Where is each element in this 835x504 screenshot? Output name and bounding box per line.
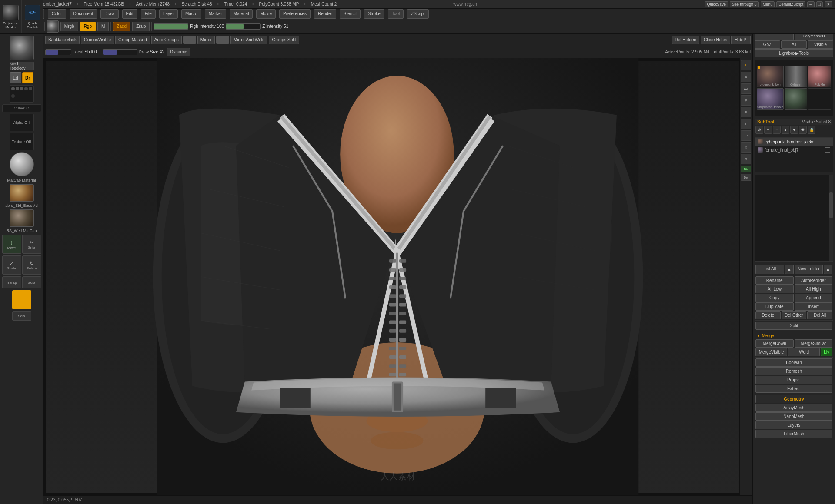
new-folder-btn[interactable]: New Folder	[795, 265, 823, 274]
menu-material[interactable]: Material	[230, 9, 253, 19]
subtool-item-2[interactable]: female_final_obj7	[755, 146, 833, 154]
append-btn[interactable]: Append	[795, 294, 833, 302]
del-hidden-btn[interactable]: Del Hidden	[672, 36, 699, 44]
remesh-btn[interactable]: Remesh	[755, 367, 832, 375]
split-btn[interactable]: Split	[755, 322, 832, 330]
brush-icon[interactable]	[10, 36, 34, 60]
brush-selector[interactable]	[47, 20, 59, 33]
groups-visible-btn[interactable]: GroupsVisible	[81, 36, 114, 44]
merge-down-btn[interactable]: MergeDown	[755, 339, 794, 348]
subtool-scroll-preview[interactable]	[755, 175, 833, 262]
geometry-btn[interactable]: Geometry	[755, 395, 832, 403]
menu-macro[interactable]: Macro	[181, 9, 201, 19]
del-all-btn[interactable]: Del All	[807, 311, 832, 319]
layers-btn[interactable]: Layers	[755, 421, 832, 429]
extract-btn[interactable]: Extract	[755, 385, 832, 393]
transp-btn[interactable]: Transp	[2, 276, 21, 288]
group-masked-btn[interactable]: Group Masked	[115, 36, 150, 44]
insert-btn[interactable]: Insert	[795, 302, 833, 311]
all-high-btn[interactable]: All High	[795, 285, 833, 293]
subtool-ctrl-2[interactable]: +	[764, 126, 772, 134]
menu-layer[interactable]: Layer	[159, 9, 178, 19]
rename-btn[interactable]: Rename	[755, 276, 794, 285]
move-tool-btn[interactable]: ↕ Move	[2, 235, 21, 254]
window-max-btn[interactable]: □	[816, 1, 823, 7]
fiber-mesh-btn[interactable]: FiberMesh	[755, 430, 832, 438]
tool-preview-3[interactable]: PolyMe	[808, 66, 831, 87]
aa-flat-btn[interactable]: AA	[741, 83, 752, 94]
mrgb-btn[interactable]: Mrgb	[60, 22, 78, 31]
default-zscript-btn[interactable]: DefaultZScript	[776, 1, 805, 7]
menu-zscript[interactable]: ZScript	[407, 9, 429, 19]
tool-preview-5[interactable]	[785, 88, 808, 110]
frame-btn[interactable]: Fr	[741, 130, 752, 141]
subtool-ctrl-1[interactable]: ⚙	[755, 126, 763, 134]
tool-preview-1[interactable]: cyberpunk_bon	[757, 66, 784, 87]
subtool-ctrl-lock[interactable]: 🔒	[808, 126, 815, 134]
del-other-btn[interactable]: Del Other	[782, 311, 807, 319]
menu-draw[interactable]: Draw	[100, 9, 118, 19]
menu-edit[interactable]: Edit	[122, 9, 137, 19]
tool-preview-4[interactable]: SimplMesh_female	[757, 88, 784, 110]
scale-tool-btn[interactable]: ⤢ Scale	[2, 255, 21, 275]
list-all-arrow-btn[interactable]: ▲	[785, 265, 794, 274]
subtool-ctrl-4[interactable]: ▲	[782, 126, 789, 134]
menu-tool[interactable]: Tool	[388, 9, 404, 19]
boolean-btn[interactable]: Boolean	[755, 358, 832, 367]
quick-sketch-btn[interactable]: ✏ Quick Sketch	[22, 0, 43, 33]
delete-btn[interactable]: Delete	[755, 311, 781, 319]
menu-stencil[interactable]: Stencil	[340, 9, 361, 19]
all-low-btn[interactable]: All Low	[755, 285, 794, 293]
draw-size-control[interactable]: Draw Size 42	[103, 49, 164, 55]
solo-btn[interactable]: Solo	[22, 276, 41, 288]
subtool-ctrl-eye[interactable]: 👁	[799, 126, 807, 134]
alpha-off-btn[interactable]: Alpha Off	[10, 114, 34, 131]
auto-groups-btn[interactable]: Auto Groups	[151, 36, 182, 44]
draw-btn[interactable]: Dr	[22, 72, 33, 83]
groups-split-btn[interactable]: Groups Split	[269, 36, 299, 44]
window-close-btn[interactable]: ✕	[825, 1, 832, 7]
hide-pt-btn[interactable]: HidePt	[731, 36, 751, 44]
menu-movie[interactable]: Movie	[256, 9, 276, 19]
zsub-btn[interactable]: Zsub	[132, 22, 150, 31]
abro-material-btn[interactable]	[10, 184, 34, 202]
nano-mesh-btn[interactable]: NanoMesh	[755, 412, 832, 421]
persp-btn[interactable]: P	[741, 95, 752, 106]
actual-size-btn[interactable]: A	[741, 72, 752, 82]
menu-render[interactable]: Render	[314, 9, 336, 19]
merge-similar-btn[interactable]: MergeSimilar	[795, 339, 833, 348]
array-mesh-btn[interactable]: ArrayMesh	[755, 404, 832, 412]
subtool-item-1[interactable]: cyberpunk_bomber_jacket	[755, 138, 833, 146]
window-min-btn[interactable]: ─	[807, 1, 814, 7]
rgb-btn[interactable]: Rgb	[80, 22, 96, 31]
render-area[interactable]: 人人素材	[43, 58, 752, 495]
backtface-mask-btn[interactable]: BacktaceMask	[45, 36, 80, 44]
m-btn[interactable]: M	[97, 22, 109, 31]
solo-small-btn[interactable]: Solo	[12, 311, 31, 321]
tool-preview-2[interactable]: Cylinder	[785, 66, 808, 87]
material-sphere[interactable]	[10, 152, 34, 176]
projection-master-btn[interactable]: Projection Master	[0, 0, 22, 33]
auto-reorder-btn[interactable]: AutoReorder	[795, 276, 833, 285]
subtool-ctrl-3[interactable]: −	[773, 126, 781, 134]
all-btn[interactable]: All	[781, 40, 807, 49]
z-intensity-slider[interactable]: Z Intensity 51	[226, 23, 288, 30]
merge-title[interactable]: ▼ Merge	[756, 333, 774, 338]
tool-preview-6[interactable]	[808, 88, 831, 110]
color-dot[interactable]	[12, 290, 31, 309]
menu-marker[interactable]: Marker	[205, 9, 226, 19]
loco-btn[interactable]: L	[741, 60, 752, 70]
menu-document[interactable]: Document	[70, 9, 97, 19]
menu-color[interactable]: Color	[48, 9, 66, 19]
lsym-btn[interactable]: L	[741, 119, 752, 129]
divide-btn[interactable]: Div	[741, 166, 752, 172]
xpose-btn[interactable]: X	[741, 142, 752, 153]
close-holes-btn[interactable]: Close Holes	[701, 36, 730, 44]
snip-tool-btn[interactable]: ✂ Snip	[22, 235, 41, 254]
del-lower-btn[interactable]: Del	[741, 174, 752, 181]
rotate-tool-btn[interactable]: ↻ Rotate	[22, 255, 41, 275]
weld-btn[interactable]: Weld	[788, 348, 820, 356]
rgb-intensity-slider[interactable]: Rgb Intensity 100	[154, 23, 224, 30]
merge-visible-btn[interactable]: MergeVisible	[755, 348, 787, 356]
menu-stroke[interactable]: Stroke	[364, 9, 384, 19]
